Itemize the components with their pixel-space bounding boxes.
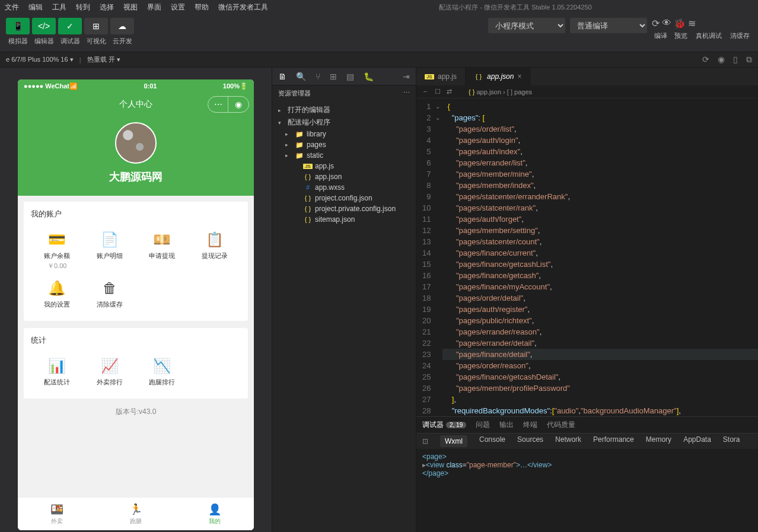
refresh-icon[interactable]: ⟳ <box>702 55 709 65</box>
files-icon[interactable]: 🗎 <box>278 72 286 81</box>
tree-folder-library[interactable]: ▸📁library <box>272 129 416 139</box>
subtab-Stora[interactable]: Stora <box>723 435 740 447</box>
menu-选择[interactable]: 选择 <box>95 2 119 12</box>
remote-debug-icon[interactable]: 🐞 <box>674 18 686 29</box>
grid-withdraw[interactable]: 💴申请提现 <box>136 227 189 275</box>
bug-icon[interactable]: 🐛 <box>364 72 374 81</box>
code-line-8[interactable]: "pages/member/index", <box>442 180 758 191</box>
tab-takeout[interactable]: 🍱外卖 <box>18 498 97 530</box>
close-icon[interactable]: × <box>517 72 521 81</box>
wxml-body[interactable]: <page> ▸<view class="page-member">…</vie… <box>416 449 758 532</box>
code-line-21[interactable]: "pages/errander/reason", <box>442 326 758 337</box>
bc-bookmark-icon[interactable]: ☐ <box>435 88 441 95</box>
subtab-Network[interactable]: Network <box>555 435 581 447</box>
tree-file-project.config.json[interactable]: { }project.config.json <box>272 193 416 203</box>
code-line-27[interactable]: ], <box>442 394 758 405</box>
tree-folder-static[interactable]: ▸📁static <box>272 150 416 161</box>
menu-编辑[interactable]: 编辑 <box>24 2 47 12</box>
device-icon[interactable]: ▯ <box>733 55 738 65</box>
grid-balance[interactable]: 💳账户余额￥0.00 <box>31 227 84 275</box>
ext2-icon[interactable]: ▤ <box>346 72 354 81</box>
code-line-7[interactable]: "pages/member/mine", <box>442 168 758 180</box>
code-line-12[interactable]: "pages/member/setting", <box>442 225 758 236</box>
menu-帮助[interactable]: 帮助 <box>190 2 214 12</box>
code-line-4[interactable]: "pages/auth/login", <box>442 135 758 146</box>
subtab-Memory[interactable]: Memory <box>646 435 671 447</box>
code-line-13[interactable]: "pages/statcenter/count", <box>442 236 758 247</box>
avatar[interactable] <box>115 122 157 164</box>
visual-button[interactable]: ⊞ <box>84 18 108 34</box>
code-line-24[interactable]: "pages/order/reason", <box>442 360 758 371</box>
tree-folder-pages[interactable]: ▸📁pages <box>272 139 416 150</box>
menu-视图[interactable]: 视图 <box>119 2 142 12</box>
panel-tab-problems[interactable]: 问题 <box>476 420 490 430</box>
compile-icon[interactable]: ⟳ <box>652 18 660 29</box>
grid-takeout-rank[interactable]: 📈外卖排行 <box>84 353 136 391</box>
tree-project-root[interactable]: ▾配送端小程序 <box>272 116 416 129</box>
grid-clearcache[interactable]: 🗑清除缓存 <box>84 275 136 314</box>
collapse-icon[interactable]: ⇥ <box>403 72 410 81</box>
tab-app-js[interactable]: JSapp.js <box>416 68 466 85</box>
menu-dots-icon[interactable]: ⋯ <box>208 97 228 112</box>
code-line-14[interactable]: "pages/finance/current", <box>442 247 758 259</box>
code-line-20[interactable]: "pages/public/richtext", <box>442 315 758 326</box>
bc-back-icon[interactable]: ← <box>422 88 429 95</box>
subtab-Sources[interactable]: Sources <box>517 435 543 447</box>
inspect-icon[interactable]: ⊡ <box>422 437 428 445</box>
device-select[interactable]: e 6/7/8 Plus 100% 16 ▾ <box>6 56 74 63</box>
detach-icon[interactable]: ⧉ <box>746 55 752 65</box>
code-line-15[interactable]: "pages/finance/getcashList", <box>442 259 758 270</box>
menu-文件[interactable]: 文件 <box>0 2 24 12</box>
bc-compare-icon[interactable]: ⇄ <box>447 88 452 95</box>
code-line-28[interactable]: "requiredBackgroundModes":["audio","back… <box>442 405 758 416</box>
menu-微信开发者工具[interactable]: 微信开发者工具 <box>214 2 273 12</box>
more-icon[interactable]: ⋯ <box>403 89 410 98</box>
branch-icon[interactable]: ⑂ <box>316 72 320 81</box>
code-line-9[interactable]: "pages/statcenter/erranderRank", <box>442 191 758 202</box>
code-line-16[interactable]: "pages/finance/getcash", <box>442 270 758 281</box>
subtab-AppData[interactable]: AppData <box>683 435 711 447</box>
tree-file-project.private.config.json[interactable]: { }project.private.config.json <box>272 203 416 214</box>
code-line-26[interactable]: "pages/member/profilePassword" <box>442 383 758 394</box>
tab-mine[interactable]: 👤我的 <box>175 498 254 530</box>
tree-file-app.js[interactable]: JSapp.js <box>272 161 416 171</box>
menu-界面[interactable]: 界面 <box>142 2 166 12</box>
menu-工具[interactable]: 工具 <box>47 2 71 12</box>
cloud-button[interactable]: ☁ <box>110 18 134 34</box>
grid-delivery-stats[interactable]: 📊配送统计 <box>31 353 84 391</box>
code-line-2[interactable]: "pages": [ <box>442 112 758 123</box>
code-line-25[interactable]: "pages/finance/getcashDetail", <box>442 371 758 383</box>
tab-app-json[interactable]: { }app.json× <box>466 68 530 85</box>
target-icon[interactable]: ◉ <box>228 97 249 112</box>
subtab-Performance[interactable]: Performance <box>593 435 634 447</box>
subtab-Console[interactable]: Console <box>479 435 505 447</box>
grid-errand-rank[interactable]: 📉跑腿排行 <box>136 353 189 391</box>
code-line-17[interactable]: "pages/finance/myAccount", <box>442 281 758 292</box>
subtab-Wxml[interactable]: Wxml <box>440 435 467 447</box>
capsule[interactable]: ⋯◉ <box>208 96 249 113</box>
tree-file-app.json[interactable]: { }app.json <box>272 171 416 182</box>
debugger-button[interactable]: ✓ <box>58 18 82 34</box>
code-line-18[interactable]: "pages/order/detail", <box>442 292 758 304</box>
code-line-5[interactable]: "pages/auth/index", <box>442 146 758 157</box>
panel-tab-codequality[interactable]: 代码质量 <box>547 420 575 430</box>
menu-设置[interactable]: 设置 <box>166 2 190 12</box>
code-line-1[interactable]: { <box>442 101 758 112</box>
tree-file-app.wxss[interactable]: #app.wxss <box>272 182 416 193</box>
panel-tab-terminal[interactable]: 终端 <box>523 420 537 430</box>
code-line-19[interactable]: "pages/auth/register", <box>442 304 758 315</box>
editor-button[interactable]: </> <box>32 18 56 34</box>
clear-cache-icon[interactable]: ≋ <box>688 18 696 29</box>
code-line-23[interactable]: "pages/finance/detail", <box>442 349 758 360</box>
ext1-icon[interactable]: ⊞ <box>330 72 337 81</box>
mode-select[interactable]: 小程序模式 <box>488 18 565 33</box>
tree-open-editors[interactable]: ▸打开的编辑器 <box>272 104 416 116</box>
panel-tab-output[interactable]: 输出 <box>499 420 514 430</box>
code-line-6[interactable]: "pages/errander/list", <box>442 157 758 168</box>
code-line-3[interactable]: "pages/order/list", <box>442 123 758 135</box>
grid-withdraw-record[interactable]: 📋提现记录 <box>189 227 241 275</box>
compile-select[interactable]: 普通编译 <box>570 18 647 33</box>
grid-detail[interactable]: 📄账户明细 <box>84 227 136 275</box>
panel-tab-debugger[interactable]: 调试器2, 19 <box>422 420 466 430</box>
menu-转到[interactable]: 转到 <box>71 2 95 12</box>
